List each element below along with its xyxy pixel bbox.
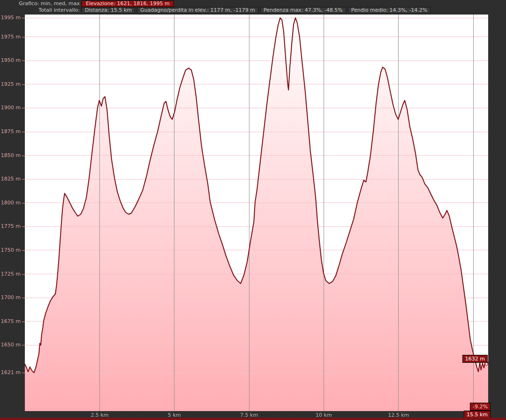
interval-totals-label: Totali intervallo: <box>0 7 80 13</box>
y-axis-label: 1650 m <box>0 342 21 348</box>
y-axis-label: 1725 m <box>0 271 21 277</box>
interval-stat-box: Pendio medio: 14.3%, -14.2% <box>348 7 431 14</box>
y-axis-label: 1850 m <box>0 153 21 158</box>
elevation-summary-badge: Elevazione: 1621, 1816, 1995 m <box>82 0 174 7</box>
interval-stat-box: Distanza: 15.5 km <box>82 7 135 14</box>
elevation-profile-svg[interactable] <box>25 15 488 411</box>
y-axis-label: 1825 m <box>0 176 21 182</box>
y-axis-label: 1925 m <box>0 82 21 87</box>
elevation-profile-app: Grafico: min, med, max Elevazione: 1621,… <box>0 0 506 420</box>
y-axis-tick <box>22 37 25 38</box>
y-axis-label: 1900 m <box>0 105 21 111</box>
y-axis-label: 1621 m <box>0 370 21 375</box>
elevation-tooltip: 1632 m <box>462 355 488 363</box>
y-axis-tick <box>22 298 25 298</box>
y-axis-tick <box>22 322 25 322</box>
elevation-area <box>25 18 488 411</box>
y-axis-tick <box>22 18 25 18</box>
cursor-marker <box>485 363 488 365</box>
y-axis-tick <box>22 84 25 85</box>
elevation-chart[interactable] <box>25 15 488 411</box>
interval-stats: Distanza: 15.5 kmGuadagno/perdita in ele… <box>82 7 430 14</box>
graph-minmedmax-label: Grafico: min, med, max <box>0 0 80 7</box>
y-axis-label: 1775 m <box>0 224 21 229</box>
y-axis-tick <box>22 345 25 345</box>
slope-tooltip: -9.2% <box>470 403 491 411</box>
y-axis-tick <box>22 203 25 203</box>
y-axis-label: 1700 m <box>0 295 21 300</box>
y-axis-tick <box>22 226 25 227</box>
interval-stat-box: Pendenza max: 47.3%, -48.5% <box>260 7 346 14</box>
bottom-red-bar <box>0 418 506 420</box>
y-axis-label: 1875 m <box>0 129 21 135</box>
y-axis-tick <box>22 108 25 108</box>
y-axis-tick <box>22 179 25 180</box>
y-axis-label: 1950 m <box>0 58 21 63</box>
y-axis-tick <box>22 60 25 61</box>
y-axis-tick <box>22 156 25 156</box>
y-axis-label: 1975 m <box>0 34 21 40</box>
graph-summary-row: Grafico: min, med, max Elevazione: 1621,… <box>0 0 506 7</box>
y-axis-label: 1800 m <box>0 200 21 206</box>
interval-stat-box: Guadagno/perdita in elev.: 1177 m, -1179… <box>137 7 258 14</box>
y-axis-label: 1750 m <box>0 248 21 253</box>
interval-totals-row: Totali intervallo: Distanza: 15.5 kmGuad… <box>0 7 506 14</box>
y-axis-label: 1675 m <box>0 319 21 324</box>
y-axis-tick <box>22 373 25 373</box>
y-axis-tick <box>22 274 25 275</box>
y-axis-tick <box>22 250 25 251</box>
y-axis-label: 1995 m <box>0 15 21 21</box>
y-axis-tick <box>22 132 25 132</box>
